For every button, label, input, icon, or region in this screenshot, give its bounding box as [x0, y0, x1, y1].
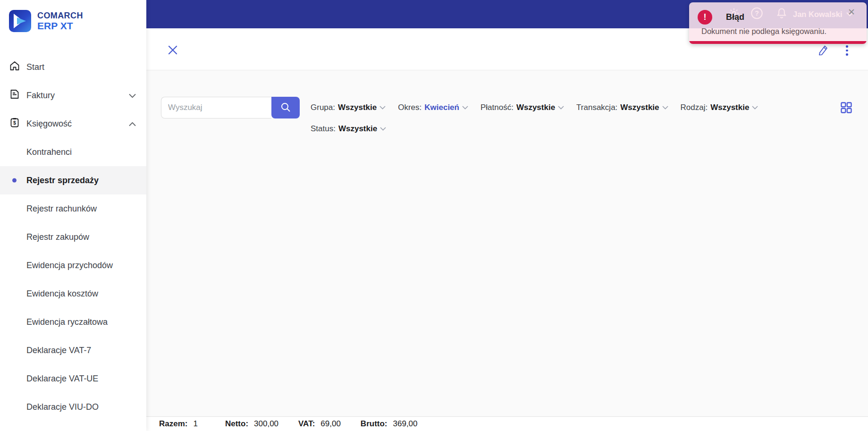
sidebar-item-label: Rejestr sprzedaży	[26, 176, 99, 186]
invoice-icon	[9, 89, 20, 102]
filter-transakcja-label: Transakcja:	[576, 103, 617, 112]
sidebar-item-label: Ewidencja kosztów	[26, 289, 98, 299]
sidebar-item-label: Faktury	[26, 91, 55, 101]
filter-transakcja-value: Wszystkie	[620, 103, 659, 112]
chevron-down-icon	[462, 106, 468, 110]
filters-row2: Status: Wszystkie	[311, 124, 386, 134]
filter-transakcja[interactable]: Transakcja: Wszystkie	[576, 103, 668, 112]
home-icon	[9, 60, 20, 74]
sidebar-item-label: Deklaracje VAT-7	[26, 346, 91, 355]
filter-okres-label: Okres:	[398, 103, 421, 112]
toast-close-icon[interactable]: ✕	[848, 8, 855, 17]
sidebar-item-deklaracje-vat7[interactable]: Deklaracje VAT-7	[0, 336, 146, 364]
sidebar-item-label: Rejestr rachunków	[26, 204, 97, 214]
sidebar-item-rejestr-zakupow[interactable]: Rejestr zakupów	[0, 223, 146, 251]
toast-accent-bar	[689, 41, 867, 44]
toast-message: Dokument nie podlega księgowaniu.	[701, 27, 826, 36]
search-input[interactable]	[161, 97, 271, 118]
filter-platnosc[interactable]: Płatność: Wszystkie	[480, 103, 564, 112]
chevron-down-icon	[662, 106, 668, 110]
toast-title: Błąd	[726, 12, 744, 22]
chevron-up-icon	[129, 119, 136, 129]
summary-razem-label: Razem:	[159, 419, 187, 429]
search-button[interactable]	[271, 97, 300, 118]
summary-razem-value: 1	[193, 419, 197, 429]
summary-netto-label: Netto:	[225, 419, 248, 429]
sidebar-item-label: Ewidencja ryczałtowa	[26, 317, 108, 327]
sidebar-item-ksiegowosc[interactable]: $ Księgowość	[0, 110, 146, 138]
brand-line2: ERP XT	[37, 20, 83, 32]
filter-okres[interactable]: Okres: Kwiecień	[398, 103, 468, 112]
filter-rodzaj-value: Wszystkie	[710, 103, 749, 112]
filter-status-label: Status:	[311, 124, 336, 134]
sidebar-item-label: Kontrahenci	[26, 147, 72, 157]
sidebar-item-kontrahenci[interactable]: Kontrahenci	[0, 138, 146, 166]
sidebar-item-deklaracje-vatue[interactable]: Deklaracje VAT-UE	[0, 364, 146, 393]
summary-netto-value: 300,00	[254, 419, 278, 429]
filter-grupa-label: Grupa:	[311, 103, 335, 112]
more-options-icon[interactable]	[846, 45, 848, 56]
edit-pencil-icon[interactable]	[818, 45, 828, 58]
sidebar-nav: Start Faktury $ Księgowość	[0, 53, 146, 421]
error-toast: ! Błąd Dokument nie podlega księgowaniu.	[689, 2, 867, 44]
chevron-down-icon	[379, 106, 386, 110]
sidebar-item-faktury[interactable]: Faktury	[0, 81, 146, 110]
sidebar-item-label: Start	[26, 62, 44, 72]
error-icon: !	[698, 10, 712, 25]
summary-brutto-label: Brutto:	[361, 419, 388, 429]
filter-grupa-value: Wszystkie	[338, 103, 377, 112]
filter-platnosc-value: Wszystkie	[516, 103, 555, 112]
sidebar-item-ewidencja-przychodow[interactable]: Ewidencja przychodów	[0, 251, 146, 279]
sidebar-item-ewidencja-kosztow[interactable]: Ewidencja kosztów	[0, 279, 146, 308]
sidebar-item-rejestr-sprzedazy[interactable]: Rejestr sprzedaży	[0, 166, 146, 194]
filter-platnosc-label: Płatność:	[480, 103, 514, 112]
sidebar-item-label: Ewidencja przychodów	[26, 261, 113, 270]
chevron-down-icon	[558, 106, 564, 110]
brand-line1: COMARCH	[37, 11, 83, 20]
comarch-logo-icon	[9, 10, 31, 32]
filter-rodzaj-label: Rodzaj:	[681, 103, 708, 112]
active-dot	[12, 178, 17, 183]
summary-brutto-value: 369,00	[393, 419, 418, 429]
chevron-down-icon	[129, 91, 136, 101]
summary-vat-label: VAT:	[298, 419, 315, 429]
brand-logo[interactable]: COMARCH ERP XT	[9, 10, 83, 32]
summary-bar: Razem: 1 Netto: 300,00 VAT: 69,00 Brutto…	[146, 416, 868, 431]
filter-okres-value: Kwiecień	[424, 103, 459, 112]
chevron-down-icon	[380, 127, 386, 131]
search-icon	[280, 101, 291, 114]
content-background	[146, 70, 868, 416]
ledger-dollar-icon: $	[9, 117, 20, 131]
sidebar: COMARCH ERP XT Start Faktury	[0, 0, 146, 431]
sidebar-item-start[interactable]: Start	[0, 53, 146, 81]
sidebar-item-label: Księgowość	[26, 119, 72, 129]
sidebar-item-label: Rejestr zakupów	[26, 232, 89, 242]
filter-status-value: Wszystkie	[338, 124, 377, 134]
close-icon[interactable]	[167, 44, 178, 58]
filter-rodzaj[interactable]: Rodzaj: Wszystkie	[681, 103, 758, 112]
sidebar-item-label: Deklaracje VIU-DO	[26, 402, 99, 412]
svg-text:$: $	[13, 120, 16, 126]
sidebar-item-deklaracje-viudo[interactable]: Deklaracje VIU-DO	[0, 393, 146, 421]
chevron-down-icon	[752, 106, 758, 110]
summary-vat-value: 69,00	[320, 419, 341, 429]
filters-row: Grupa: Wszystkie Okres: Kwiecień Płatnoś…	[311, 103, 758, 112]
grid-view-icon[interactable]	[840, 101, 854, 115]
sidebar-item-label: Deklaracje VAT-UE	[26, 374, 98, 384]
filter-grupa[interactable]: Grupa: Wszystkie	[311, 103, 386, 112]
sidebar-item-rejestr-rachunkow[interactable]: Rejestr rachunków	[0, 194, 146, 223]
sidebar-item-ewidencja-ryczaltowa[interactable]: Ewidencja ryczałtowa	[0, 308, 146, 336]
filter-status[interactable]: Status: Wszystkie	[311, 124, 386, 134]
search-control	[161, 97, 300, 118]
